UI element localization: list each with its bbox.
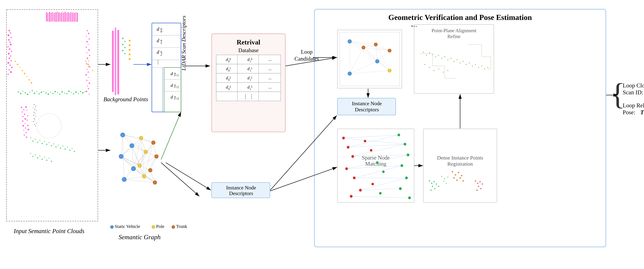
svg-point-150 [46, 160, 48, 161]
svg-point-281 [122, 177, 126, 182]
svg-point-227 [119, 154, 123, 158]
svg-point-171 [86, 80, 88, 81]
svg-rect-88 [33, 107, 34, 108]
svg-point-60 [54, 91, 56, 92]
svg-point-278 [130, 144, 134, 148]
svg-rect-190 [129, 44, 130, 46]
svg-line-256 [124, 176, 144, 180]
svg-line-482 [270, 167, 337, 191]
svg-line-249 [121, 156, 150, 170]
svg-line-353 [364, 48, 377, 61]
svg-text:Loop Closure: Loop Closure [623, 82, 644, 89]
svg-rect-100 [35, 126, 36, 126]
svg-point-44 [18, 92, 19, 93]
svg-point-83 [88, 64, 89, 65]
svg-point-155 [86, 36, 87, 37]
svg-point-465 [452, 171, 453, 172]
svg-text:...: ... [268, 66, 272, 71]
svg-point-47 [25, 92, 26, 94]
svg-text:0: 0 [228, 60, 230, 63]
svg-line-253 [124, 169, 134, 180]
svg-text:d: d [171, 94, 173, 100]
svg-rect-10 [57, 12, 58, 22]
svg-point-122 [37, 114, 61, 138]
svg-point-464 [476, 190, 478, 191]
svg-rect-89 [34, 109, 35, 110]
svg-point-65 [66, 93, 67, 94]
svg-text:0: 0 [228, 78, 230, 82]
svg-point-136 [60, 148, 61, 149]
svg-point-287 [154, 154, 158, 158]
svg-point-470 [456, 180, 458, 181]
svg-point-462 [478, 186, 479, 187]
svg-point-471 [459, 177, 461, 179]
svg-point-460 [480, 181, 481, 182]
svg-point-369 [376, 60, 379, 63]
svg-rect-447 [423, 129, 497, 202]
svg-point-54 [41, 92, 42, 93]
svg-line-238 [123, 135, 132, 146]
svg-text:d: d [248, 57, 250, 62]
svg-rect-4 [48, 13, 48, 22]
svg-point-232 [138, 164, 142, 168]
svg-point-419 [359, 189, 362, 192]
svg-point-444 [382, 170, 385, 173]
svg-text:1: 1 [250, 78, 251, 82]
svg-line-244 [141, 138, 146, 152]
svg-point-75 [17, 64, 18, 65]
svg-point-165 [86, 63, 87, 64]
svg-line-266 [134, 156, 156, 169]
svg-point-280 [131, 166, 136, 171]
svg-line-438 [346, 155, 408, 169]
svg-rect-93 [34, 115, 34, 116]
svg-line-272 [141, 138, 144, 176]
svg-line-481 [286, 58, 337, 66]
svg-point-72 [82, 92, 84, 94]
svg-text:d: d [157, 38, 159, 43]
svg-text:Pole: Pole [156, 224, 164, 229]
svg-point-446 [379, 192, 382, 194]
svg-line-362 [350, 61, 377, 74]
svg-text:⋯: ⋯ [411, 23, 417, 30]
svg-rect-12 [60, 13, 61, 22]
svg-text:n: n [174, 72, 176, 75]
svg-point-78 [24, 73, 25, 74]
svg-line-430 [353, 155, 408, 156]
svg-point-34 [8, 53, 10, 54]
svg-point-24 [8, 30, 10, 32]
svg-rect-97 [33, 121, 34, 122]
svg-rect-306 [216, 82, 281, 92]
svg-point-282 [139, 136, 143, 140]
svg-point-77 [22, 70, 23, 71]
svg-point-226 [130, 144, 134, 148]
svg-rect-2 [6, 9, 98, 221]
svg-point-38 [7, 62, 9, 64]
svg-text:2: 2 [230, 76, 231, 79]
svg-point-283 [144, 150, 148, 154]
svg-line-437 [353, 144, 405, 156]
svg-line-273 [144, 143, 153, 176]
svg-point-402 [481, 66, 482, 66]
svg-rect-101 [20, 100, 44, 146]
svg-rect-191 [129, 49, 130, 50]
svg-point-137 [62, 146, 63, 146]
svg-point-383 [423, 52, 424, 52]
svg-line-276 [124, 180, 155, 182]
svg-point-158 [88, 44, 89, 45]
svg-rect-411 [338, 129, 414, 202]
svg-point-114 [22, 125, 24, 127]
svg-point-152 [51, 161, 52, 162]
svg-rect-375 [338, 98, 396, 115]
svg-point-461 [482, 184, 483, 185]
svg-point-459 [477, 183, 478, 184]
svg-line-247 [121, 156, 134, 169]
svg-point-172 [89, 82, 90, 84]
svg-line-268 [121, 156, 155, 182]
svg-line-270 [123, 135, 124, 180]
svg-point-140 [69, 150, 70, 151]
svg-rect-16 [66, 13, 67, 22]
svg-point-385 [429, 52, 430, 53]
svg-point-131 [48, 142, 50, 143]
svg-line-351 [364, 44, 376, 48]
svg-point-128 [42, 143, 43, 144]
